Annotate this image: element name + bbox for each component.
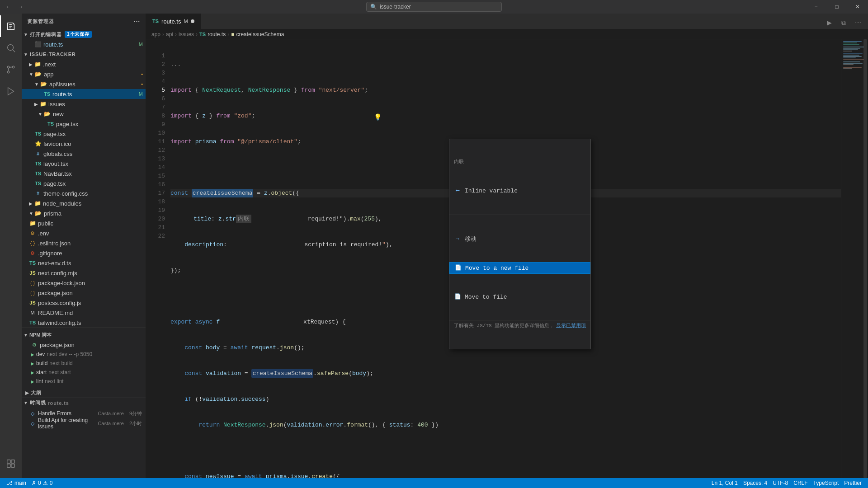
status-formatter[interactable]: Prettier bbox=[841, 478, 864, 488]
menu-item-move-new-file[interactable]: 📄 Move to a new file bbox=[449, 262, 590, 274]
code-content[interactable]: ... import { NextRequest, NextResponse }… bbox=[169, 39, 841, 478]
timeline-header[interactable]: ▼ 时间线 route.ts bbox=[22, 398, 146, 408]
sidebar-more-icon[interactable]: ··· bbox=[134, 18, 140, 25]
breadcrumb-app[interactable]: app bbox=[151, 31, 160, 38]
tree-item-label: issues bbox=[48, 101, 65, 108]
script-name: lint bbox=[36, 378, 43, 385]
tree-item-new[interactable]: ▼ 📂 new bbox=[22, 109, 146, 119]
more-actions-btn[interactable]: ⋯ bbox=[852, 16, 864, 29]
breadcrumb-issues[interactable]: issues bbox=[179, 31, 194, 38]
tree-item-pkg-json[interactable]: { } package.json bbox=[22, 288, 146, 298]
code-line-14: return NextResponse.json(validation.erro… bbox=[170, 421, 841, 429]
tree-item-route-ts[interactable]: TS route.ts M bbox=[22, 89, 146, 99]
error-count: 0 bbox=[38, 480, 41, 486]
npm-pkg-item[interactable]: ⚙ package.json bbox=[22, 340, 146, 350]
tree-item-page-new[interactable]: TS page.tsx bbox=[22, 119, 146, 129]
tree-item-layout[interactable]: TS layout.tsx bbox=[22, 159, 146, 169]
folder-chevron: ▼ bbox=[29, 211, 33, 216]
sidebar-title: 资源管理器 bbox=[27, 18, 54, 25]
npm-script-dev[interactable]: ▶ dev next dev -- -p 5050 bbox=[22, 350, 146, 359]
info-link[interactable]: 显示已禁用项 bbox=[556, 322, 586, 330]
tree-item-theme-config[interactable]: # theme-config.css bbox=[22, 188, 146, 198]
tree-item-pkg-lock[interactable]: { } package-lock.json bbox=[22, 278, 146, 288]
menu-divider bbox=[449, 215, 590, 215]
tree-item-app[interactable]: ▼ 📂 app • bbox=[22, 69, 146, 79]
open-editors-header[interactable]: ▼ 打开的编辑器 1个未保存 bbox=[22, 29, 146, 39]
run-btn[interactable]: ▶ bbox=[823, 16, 835, 29]
open-editors-section: ▼ 打开的编辑器 1个未保存 ⬛ route.ts M bbox=[22, 29, 146, 49]
tree-item-postcss[interactable]: JS postcss.config.js bbox=[22, 298, 146, 308]
js-icon: JS bbox=[29, 299, 36, 306]
menu-item-move-to-file[interactable]: 📄 Move to file bbox=[449, 291, 590, 303]
source-control-activity-icon[interactable] bbox=[0, 59, 22, 80]
scrollbar-thumb[interactable] bbox=[863, 39, 867, 478]
npm-chevron: ▼ bbox=[24, 333, 28, 338]
nav-back-icon[interactable]: ← bbox=[4, 3, 14, 10]
tree-item-globals-css[interactable]: # globals.css bbox=[22, 149, 146, 159]
timeline-icon: ◇ bbox=[31, 411, 34, 417]
sidebar-header-icons: ··· bbox=[134, 18, 140, 25]
tree-item-eslintrc[interactable]: { } .eslintrc.json bbox=[22, 238, 146, 248]
breadcrumb-api[interactable]: api bbox=[166, 31, 173, 38]
status-errors[interactable]: ✗ 0 ⚠ 0 bbox=[29, 478, 55, 488]
status-spaces[interactable]: Spaces: 4 bbox=[741, 478, 770, 488]
split-editor-btn[interactable]: ⧉ bbox=[837, 16, 850, 29]
search-box[interactable]: 🔍 issue-tracker bbox=[366, 2, 502, 12]
tree-item-env[interactable]: ⚙ .env bbox=[22, 228, 146, 238]
nav-forward-icon[interactable]: → bbox=[15, 3, 25, 10]
breadcrumb-symbol[interactable]: ■ bbox=[231, 31, 234, 38]
tree-item-public[interactable]: 📁 public bbox=[22, 218, 146, 228]
status-branch[interactable]: ⎇ main bbox=[4, 478, 29, 488]
tree-item-next-config[interactable]: JS next.config.mjs bbox=[22, 268, 146, 278]
minimap-line bbox=[843, 66, 848, 66]
explorer-activity-icon[interactable] bbox=[0, 15, 22, 37]
status-encoding[interactable]: UTF-8 bbox=[770, 478, 791, 488]
code-line-12: const validation = createIssueSchema.saf… bbox=[170, 369, 841, 378]
tree-item-api-issues[interactable]: ▼ 📂 api\issues • bbox=[22, 79, 146, 89]
tree-item-gitignore[interactable]: ⚙ .gitignore bbox=[22, 248, 146, 258]
svg-marker-5 bbox=[8, 88, 14, 95]
tree-item-tailwind[interactable]: TS tailwind.config.ts bbox=[22, 318, 146, 328]
npm-script-start[interactable]: ▶ start next start bbox=[22, 368, 146, 377]
npm-script-lint[interactable]: ▶ lint next lint bbox=[22, 377, 146, 386]
win-maximize-btn[interactable]: □ bbox=[826, 0, 847, 14]
move-to-file-icon: 📄 bbox=[454, 293, 461, 301]
breadcrumb-function[interactable]: createIssueSchema bbox=[236, 31, 284, 38]
win-minimize-btn[interactable]: − bbox=[806, 0, 826, 14]
status-language[interactable]: TypeScript bbox=[811, 478, 842, 488]
npm-header[interactable]: ▼ NPM 脚本 bbox=[22, 330, 146, 340]
status-position[interactable]: Ln 1, Col 1 bbox=[709, 478, 741, 488]
tree-item-page-app[interactable]: TS page.tsx bbox=[22, 129, 146, 139]
tree-item-page-root[interactable]: TS page.tsx bbox=[22, 178, 146, 188]
tree-item-readme[interactable]: M README.md bbox=[22, 308, 146, 318]
search-activity-icon[interactable] bbox=[0, 37, 22, 59]
tree-item-next-env[interactable]: TS next-env.d.ts bbox=[22, 258, 146, 268]
extensions-activity-icon[interactable] bbox=[0, 453, 22, 474]
status-eol[interactable]: CRLF bbox=[791, 478, 810, 488]
eol-label: CRLF bbox=[793, 480, 807, 486]
sidebar-header: 资源管理器 ··· bbox=[22, 14, 146, 29]
explorer-header[interactable]: ▼ ISSUE-TRACKER bbox=[22, 49, 146, 59]
minimap-line bbox=[843, 61, 860, 62]
outline-panel[interactable]: ▶ 大纲 bbox=[22, 388, 146, 398]
tab-route-ts[interactable]: TS route.ts M bbox=[146, 14, 201, 29]
tree-item-prisma[interactable]: ▼ 📂 prisma bbox=[22, 208, 146, 218]
run-activity-icon[interactable] bbox=[0, 80, 22, 102]
breadcrumb-file[interactable]: route.ts bbox=[208, 31, 226, 38]
tsx-icon: TS bbox=[47, 120, 54, 127]
tree-item-node-modules[interactable]: ▶ 📁 node_modules bbox=[22, 198, 146, 208]
npm-script-build[interactable]: ▶ build next build bbox=[22, 359, 146, 368]
tree-item-favicon[interactable]: ⭐ favicon.ico bbox=[22, 139, 146, 149]
timeline-item-2[interactable]: ◇ Build Api for creating issues Casta-me… bbox=[22, 418, 146, 428]
pkg-icon: ⚙ bbox=[31, 341, 38, 348]
tree-item-navbar[interactable]: TS NavBar.tsx bbox=[22, 169, 146, 178]
sidebar-scroll: ▼ 打开的编辑器 1个未保存 ⬛ route.ts M ▼ ISSUE-TRAC… bbox=[22, 29, 146, 478]
menu-item-move[interactable]: → 移动 bbox=[449, 233, 590, 245]
tree-item-issues[interactable]: ▶ 📁 issues bbox=[22, 99, 146, 109]
lightbulb-icon[interactable]: 💡 bbox=[374, 113, 382, 122]
tsx-icon: TS bbox=[34, 180, 42, 187]
open-file-route-ts[interactable]: ⬛ route.ts M bbox=[22, 39, 146, 49]
win-close-btn[interactable]: ✕ bbox=[847, 0, 868, 14]
tree-item-next[interactable]: ▶ 📁 .next bbox=[22, 59, 146, 69]
menu-item-inline-variable[interactable]: ⟵ Inline variable bbox=[449, 185, 590, 197]
